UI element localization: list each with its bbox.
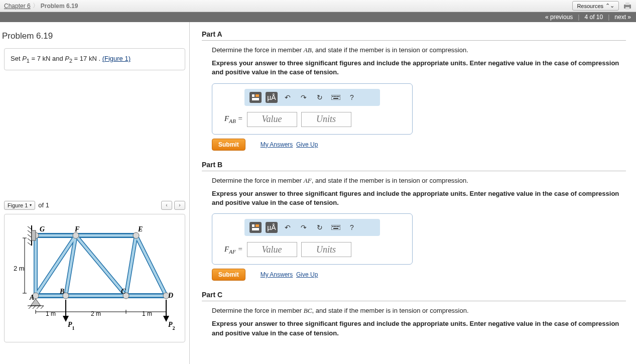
- my-answers-link[interactable]: My Answers: [261, 141, 293, 148]
- svg-line-26: [126, 235, 136, 296]
- svg-rect-83: [337, 226, 338, 227]
- give-up-link[interactable]: Give Up: [296, 271, 318, 278]
- my-answers-link[interactable]: My Answers: [261, 271, 293, 278]
- svg-rect-70: [332, 96, 333, 97]
- units-input[interactable]: [301, 242, 351, 257]
- resources-label: Resources: [577, 3, 603, 9]
- part-title: Part A: [202, 30, 626, 41]
- print-icon[interactable]: [623, 2, 632, 10]
- param-box: Set P1 = 7 kN and P2 = 17 kN . (Figure 1…: [4, 48, 185, 70]
- svg-rect-81: [334, 226, 335, 227]
- svg-text:1 m: 1 m: [46, 310, 56, 317]
- give-up-link[interactable]: Give Up: [296, 141, 318, 148]
- svg-text:2 m: 2 m: [14, 265, 25, 272]
- svg-rect-68: [252, 98, 259, 100]
- svg-text:B: B: [59, 288, 64, 295]
- chevron-right-icon: 〉: [33, 2, 39, 10]
- svg-rect-67: [256, 94, 259, 97]
- svg-line-36: [29, 306, 32, 309]
- svg-point-30: [133, 232, 139, 238]
- answer-links: My Answers Give Up: [261, 141, 318, 148]
- resources-button[interactable]: Resources ⌃⌄: [572, 1, 619, 11]
- part-instructions: Express your answer to three significant…: [212, 189, 626, 207]
- answer-box: µÅ ↶ ↷ ↻ ? FAB =: [212, 83, 413, 135]
- fig-next-button[interactable]: ›: [174, 201, 185, 210]
- redo-icon[interactable]: ↷: [298, 222, 310, 233]
- svg-rect-1: [625, 3, 629, 5]
- part-title: Part B: [202, 161, 626, 171]
- problem-title: Problem 6.19: [0, 22, 189, 48]
- svg-rect-2: [625, 7, 629, 10]
- answer-toolbar: µÅ ↶ ↷ ↻ ?: [244, 89, 380, 106]
- svg-rect-71: [334, 96, 335, 97]
- svg-rect-73: [337, 96, 338, 97]
- nav-previous[interactable]: « previous: [545, 14, 573, 21]
- svg-rect-77: [256, 224, 259, 227]
- dropdown-icon: ▾: [30, 203, 32, 207]
- crumb-problem: Problem 6.19: [41, 3, 78, 10]
- fig-prev-button[interactable]: ‹: [161, 201, 172, 210]
- svg-line-38: [37, 306, 40, 309]
- svg-line-5: [28, 230, 32, 233]
- svg-rect-40: [32, 230, 36, 240]
- svg-rect-69: [331, 95, 340, 100]
- svg-line-4: [28, 226, 32, 229]
- force-symbol: FAF =: [224, 245, 243, 255]
- value-input[interactable]: [247, 242, 297, 257]
- svg-rect-72: [335, 96, 336, 97]
- templates-icon[interactable]: [249, 92, 262, 103]
- svg-line-37: [33, 306, 36, 309]
- nav-position: 4 of 10: [584, 14, 603, 21]
- svg-rect-66: [252, 94, 255, 97]
- svg-line-8: [28, 242, 32, 246]
- keyboard-icon[interactable]: [330, 92, 342, 103]
- svg-text:F: F: [74, 225, 80, 233]
- crumb-chapter[interactable]: Chapter 6: [4, 3, 31, 10]
- answer-box: µÅ ↶ ↷ ↻ ? FAF =: [212, 213, 413, 265]
- part-instructions: Express your answer to three significant…: [212, 319, 626, 337]
- figure-link[interactable]: (Figure 1): [102, 55, 131, 62]
- help-icon[interactable]: ?: [346, 222, 358, 233]
- part-prompt: Determine the force in member BC, and st…: [212, 306, 626, 315]
- svg-line-39: [41, 306, 44, 309]
- units-icon[interactable]: µÅ: [266, 222, 278, 233]
- svg-rect-75: [333, 98, 338, 99]
- svg-text:P1: P1: [68, 321, 75, 331]
- figure-selector[interactable]: Figure 1▾: [4, 201, 35, 210]
- help-icon[interactable]: ?: [346, 92, 358, 103]
- value-input[interactable]: [247, 112, 297, 127]
- nav-next[interactable]: next »: [614, 14, 631, 21]
- undo-icon[interactable]: ↶: [282, 222, 294, 233]
- svg-text:P2: P2: [168, 321, 175, 331]
- svg-text:1 m: 1 m: [142, 310, 152, 317]
- svg-rect-84: [338, 226, 339, 227]
- svg-rect-74: [338, 96, 339, 97]
- submit-button[interactable]: Submit: [212, 269, 245, 281]
- reset-icon[interactable]: ↻: [314, 222, 326, 233]
- units-icon[interactable]: µÅ: [266, 92, 278, 103]
- reset-icon[interactable]: ↻: [314, 92, 326, 103]
- keyboard-icon[interactable]: [330, 222, 342, 233]
- top-bar: Chapter 6 〉 Problem 6.19 Resources ⌃⌄: [0, 0, 636, 12]
- svg-line-27: [136, 235, 166, 296]
- svg-rect-85: [333, 228, 338, 229]
- submit-button[interactable]: Submit: [212, 139, 245, 151]
- svg-text:C: C: [121, 288, 126, 295]
- svg-rect-76: [252, 224, 255, 227]
- part-instructions: Express your answer to three significant…: [212, 59, 626, 77]
- force-symbol: FAB =: [224, 114, 243, 124]
- svg-text:D: D: [168, 292, 173, 299]
- part-prompt: Determine the force in member AF, and st…: [212, 176, 626, 185]
- svg-point-29: [73, 232, 79, 238]
- units-input[interactable]: [301, 112, 351, 127]
- redo-icon[interactable]: ↷: [298, 92, 310, 103]
- answer-links: My Answers Give Up: [261, 271, 318, 278]
- svg-line-6: [28, 234, 32, 237]
- svg-rect-78: [252, 228, 259, 230]
- svg-text:2 m: 2 m: [91, 310, 101, 317]
- templates-icon[interactable]: [249, 222, 262, 233]
- part-title: Part C: [202, 291, 626, 301]
- figure-of-label: of 1: [38, 201, 49, 209]
- svg-text:A: A: [29, 294, 34, 301]
- undo-icon[interactable]: ↶: [282, 92, 294, 103]
